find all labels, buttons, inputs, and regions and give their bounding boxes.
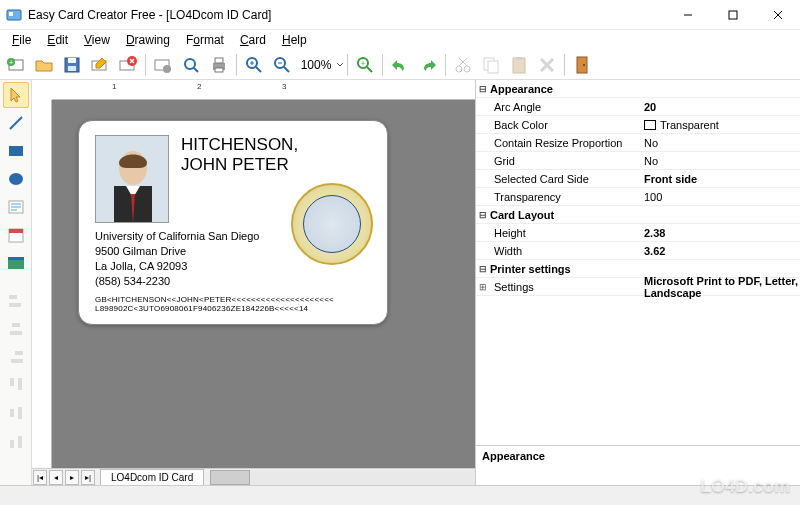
align-right-button[interactable] xyxy=(3,344,29,370)
last-sheet-button[interactable]: ▸| xyxy=(81,470,95,485)
delete-button[interactable] xyxy=(534,52,560,78)
delete-card-button[interactable] xyxy=(115,52,141,78)
id-card[interactable]: HITCHENSON, JOHN PETER University of Cal… xyxy=(78,120,388,325)
svg-line-46 xyxy=(10,117,22,129)
svg-rect-22 xyxy=(215,58,223,63)
svg-line-20 xyxy=(194,68,198,72)
category-card-layout[interactable]: ⊟Card Layout xyxy=(476,206,800,224)
text-tool[interactable] xyxy=(3,194,29,220)
card-photo[interactable] xyxy=(95,135,169,223)
svg-rect-62 xyxy=(11,359,23,363)
horizontal-scrollbar[interactable] xyxy=(210,470,475,485)
undo-button[interactable] xyxy=(387,52,413,78)
toolbar-separator xyxy=(145,54,146,76)
svg-point-45 xyxy=(583,64,585,66)
svg-rect-57 xyxy=(9,295,17,299)
menu-format[interactable]: Format xyxy=(178,31,232,49)
svg-rect-56 xyxy=(8,257,24,260)
svg-rect-11 xyxy=(68,66,76,71)
ellipse-tool[interactable] xyxy=(3,166,29,192)
svg-point-48 xyxy=(9,173,23,185)
zoom-in-button[interactable] xyxy=(241,52,267,78)
exit-button[interactable] xyxy=(569,52,595,78)
align-middle-button[interactable] xyxy=(3,400,29,426)
prop-transparency[interactable]: Transparency100 xyxy=(476,188,800,206)
zoom-fit-button[interactable]: + xyxy=(352,52,378,78)
svg-rect-23 xyxy=(215,68,223,72)
svg-rect-10 xyxy=(68,58,76,63)
svg-text:+: + xyxy=(9,58,14,67)
copy-button[interactable] xyxy=(478,52,504,78)
prop-back-color[interactable]: Back ColorTransparent xyxy=(476,116,800,134)
menu-view[interactable]: View xyxy=(76,31,118,49)
save-button[interactable] xyxy=(59,52,85,78)
paste-button[interactable] xyxy=(506,52,532,78)
sheet-tab-strip: |◂ ◂ ▸ ▸| LO4Dcom ID Card xyxy=(32,468,475,485)
align-center-button[interactable] xyxy=(3,316,29,342)
close-button[interactable] xyxy=(755,0,800,29)
sheet-tab[interactable]: LO4Dcom ID Card xyxy=(100,469,204,485)
calendar-tool[interactable] xyxy=(3,222,29,248)
menu-edit[interactable]: Edit xyxy=(39,31,76,49)
vertical-ruler xyxy=(32,100,52,468)
prop-width[interactable]: Width3.62 xyxy=(476,242,800,260)
zoom-dropdown-icon[interactable] xyxy=(336,61,344,69)
status-bar xyxy=(0,485,800,505)
svg-rect-64 xyxy=(18,378,22,390)
next-sheet-button[interactable]: ▸ xyxy=(65,470,79,485)
maximize-button[interactable] xyxy=(710,0,755,29)
card-name[interactable]: HITCHENSON, JOHN PETER xyxy=(181,135,298,174)
design-canvas[interactable]: HITCHENSON, JOHN PETER University of Cal… xyxy=(52,100,475,468)
edit-card-button[interactable] xyxy=(87,52,113,78)
pointer-tool[interactable] xyxy=(3,82,29,108)
svg-rect-40 xyxy=(513,58,525,73)
prop-settings[interactable]: ⊞SettingsMicrosoft Print to PDF, Letter,… xyxy=(476,278,800,296)
prop-height[interactable]: Height2.38 xyxy=(476,224,800,242)
menu-drawing[interactable]: Drawing xyxy=(118,31,178,49)
main-toolbar: + 100% + xyxy=(0,50,800,80)
prop-contain-resize[interactable]: Contain Resize ProportionNo xyxy=(476,134,800,152)
svg-rect-55 xyxy=(8,259,24,269)
print-button[interactable] xyxy=(206,52,232,78)
svg-rect-3 xyxy=(729,11,737,19)
align-top-button[interactable] xyxy=(3,372,29,398)
cut-button[interactable] xyxy=(450,52,476,78)
svg-rect-65 xyxy=(10,409,14,417)
redo-button[interactable] xyxy=(415,52,441,78)
image-tool[interactable] xyxy=(3,250,29,276)
svg-rect-60 xyxy=(10,331,22,335)
prop-grid[interactable]: GridNo xyxy=(476,152,800,170)
minimize-button[interactable] xyxy=(665,0,710,29)
svg-rect-67 xyxy=(10,440,14,448)
zoom-level[interactable]: 100% xyxy=(296,58,336,72)
card-mrz[interactable]: GB<HITCHENSON<<JOHN<PETER<<<<<<<<<<<<<<<… xyxy=(95,295,334,314)
university-seal[interactable] xyxy=(291,183,373,265)
svg-point-34 xyxy=(456,66,462,72)
preview-button[interactable] xyxy=(178,52,204,78)
property-grid[interactable]: ⊟Appearance Arc Angle20 Back ColorTransp… xyxy=(476,80,800,445)
menu-card[interactable]: Card xyxy=(232,31,274,49)
menu-help[interactable]: Help xyxy=(274,31,315,49)
toolbar-separator xyxy=(445,54,446,76)
svg-rect-1 xyxy=(9,12,13,16)
align-bottom-button[interactable] xyxy=(3,428,29,454)
zoom-out-button[interactable] xyxy=(269,52,295,78)
menu-file[interactable]: File xyxy=(4,31,39,49)
card-settings-button[interactable] xyxy=(150,52,176,78)
prev-sheet-button[interactable]: ◂ xyxy=(49,470,63,485)
svg-rect-68 xyxy=(18,436,22,448)
open-button[interactable] xyxy=(31,52,57,78)
new-card-button[interactable]: + xyxy=(3,52,29,78)
svg-rect-44 xyxy=(577,57,587,73)
prop-arc-angle[interactable]: Arc Angle20 xyxy=(476,98,800,116)
category-appearance[interactable]: ⊟Appearance xyxy=(476,80,800,98)
rectangle-tool[interactable] xyxy=(3,138,29,164)
prop-selected-side[interactable]: Selected Card SideFront side xyxy=(476,170,800,188)
first-sheet-button[interactable]: |◂ xyxy=(33,470,47,485)
align-left-button[interactable] xyxy=(3,288,29,314)
svg-rect-54 xyxy=(9,229,23,233)
svg-rect-39 xyxy=(488,61,498,73)
title-bar: Easy Card Creator Free - [LO4Dcom ID Car… xyxy=(0,0,800,30)
line-tool[interactable] xyxy=(3,110,29,136)
card-address[interactable]: University of California San Diego 9500 … xyxy=(95,229,259,288)
